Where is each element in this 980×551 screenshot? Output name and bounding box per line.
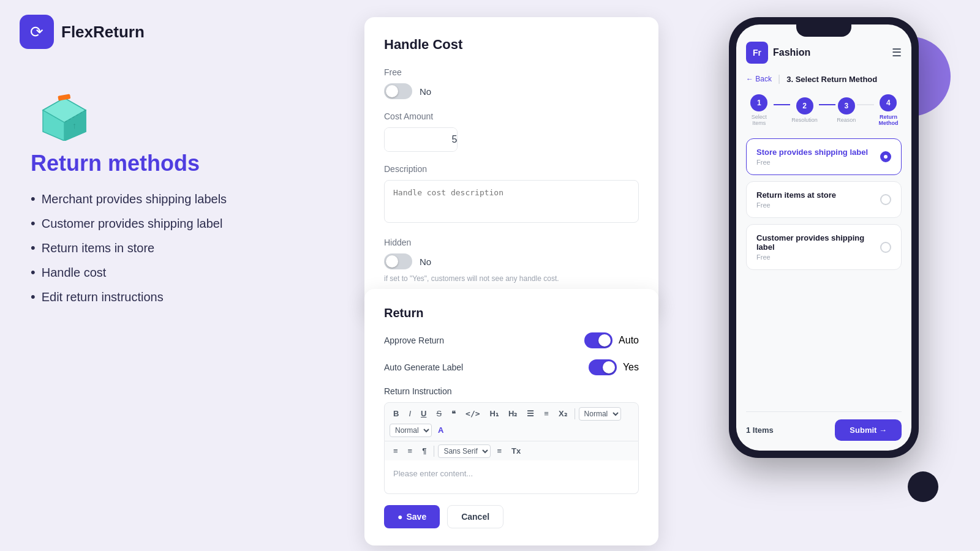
step-label-3: Reason (837, 117, 856, 123)
editor-toolbar-row2: ≡ ≡ ¶ Sans Serif ≡ Tx (384, 441, 639, 460)
box-illustration: ↑ (31, 80, 98, 141)
brand-name: FlexReturn (61, 23, 145, 42)
left-section: ↑ Return methods Merchant provides shipp… (31, 80, 227, 305)
dark-circle-decoration (908, 471, 938, 502)
bullet-list-button[interactable]: ☰ (523, 407, 538, 421)
option-3-name: Customer provides shipping label (756, 233, 880, 252)
bold-button[interactable]: B (390, 407, 402, 421)
phone-logo-row: Fr Fashion (746, 42, 810, 64)
free-field-group: Free No (384, 67, 639, 99)
list-item: Customer provides shipping label (31, 216, 227, 231)
return-instruction-section: Return Instruction B I U S ❝ </> H₁ H₂ ☰… (384, 386, 639, 494)
step-item-3: 3 Reason (837, 97, 856, 123)
blockquote-button[interactable]: ❝ (448, 407, 459, 421)
size-select[interactable]: Normal (390, 424, 432, 437)
auto-generate-value: Yes (623, 362, 639, 373)
font-color-button[interactable]: A (434, 423, 447, 437)
cancel-button[interactable]: Cancel (447, 505, 503, 528)
option-1-name: Store provides shipping label (756, 148, 868, 157)
option-3-radio (880, 242, 891, 253)
save-button[interactable]: ● Save (384, 505, 440, 528)
auto-generate-toggle[interactable] (589, 359, 617, 375)
ordered-list-button[interactable]: ≡ (540, 407, 552, 421)
phone-container: Fr Fashion ☰ ← Back | 3. Select Return M… (729, 17, 919, 458)
auto-generate-toggle-group: Yes (589, 359, 639, 375)
h2-button[interactable]: H₂ (505, 407, 521, 421)
approve-return-label: Approve Return (384, 335, 444, 345)
cost-amount-label: Cost Amount (384, 111, 639, 121)
handle-cost-card: Handle Cost Free No Cost Amount ▲ ▼ Desc… (364, 17, 658, 315)
italic-button[interactable]: I (405, 407, 415, 421)
approve-return-toggle-group: Auto (584, 332, 639, 348)
subscript-button[interactable]: X₂ (555, 407, 571, 421)
return-card-title: Return (384, 306, 639, 320)
align-center-button[interactable]: ≡ (493, 444, 505, 458)
submit-button[interactable]: Submit → (835, 419, 902, 441)
save-label: Save (406, 512, 426, 522)
description-textarea[interactable] (384, 180, 639, 223)
return-card: Return Approve Return Auto Auto Generate… (364, 289, 658, 545)
list-item: Edit return instructions (31, 289, 227, 305)
hidden-toggle-row: No (384, 253, 639, 269)
hidden-toggle-text: No (420, 257, 431, 267)
hint-text: if set to "Yes", customers will not see … (384, 274, 639, 283)
hidden-label: Hidden (384, 238, 639, 247)
toolbar-separator (575, 408, 575, 419)
handle-cost-title: Handle Cost (384, 37, 639, 53)
step-item-4: 4 Return Method (875, 94, 902, 126)
option-2-text-group: Return items at store Free (756, 190, 836, 209)
phone-content: Fr Fashion ☰ ← Back | 3. Select Return M… (736, 24, 911, 451)
auto-generate-label: Auto Generate Label (384, 362, 463, 372)
free-toggle[interactable] (384, 83, 412, 99)
phone-frame: Fr Fashion ☰ ← Back | 3. Select Return M… (729, 17, 919, 458)
clear-format-button[interactable]: Tx (508, 444, 524, 458)
list-item: Handle cost (31, 264, 227, 280)
approve-return-row: Approve Return Auto (384, 332, 639, 348)
progress-steps: 1 Select Items 2 Resolution 3 (746, 94, 902, 126)
auto-generate-row: Auto Generate Label Yes (384, 359, 639, 375)
editor-content[interactable]: Please enter content... (384, 460, 639, 494)
back-button[interactable]: ← Back (746, 75, 772, 83)
description-field-group: Description (384, 164, 639, 225)
return-option-1[interactable]: Store provides shipping label Free (746, 138, 902, 175)
free-toggle-text: No (420, 86, 431, 97)
step-nav: ← Back | 3. Select Return Method (746, 73, 902, 84)
underline-button[interactable]: U (417, 407, 430, 421)
free-toggle-row: No (384, 83, 639, 99)
cost-amount-input[interactable] (385, 128, 458, 151)
approve-return-toggle[interactable] (584, 332, 612, 348)
font-select[interactable]: Sans Serif (438, 444, 491, 458)
option-1-price: Free (756, 159, 868, 166)
free-label: Free (384, 67, 639, 77)
logo-box: ⟳ (20, 15, 54, 49)
header: ⟳ FlexReturn (20, 15, 145, 49)
list-item: Merchant provides shipping labels (31, 191, 227, 207)
option-2-price: Free (756, 201, 836, 209)
step-line-2 (819, 104, 836, 105)
option-1-text-group: Store provides shipping label Free (756, 148, 868, 166)
indent-button[interactable]: ¶ (418, 444, 430, 458)
phone-notch (796, 24, 851, 37)
align-right-button[interactable]: ≡ (404, 444, 417, 458)
phone-screen: Fr Fashion ☰ ← Back | 3. Select Return M… (736, 24, 911, 451)
step-line-1 (774, 104, 791, 105)
return-option-3[interactable]: Customer provides shipping label Free (746, 224, 902, 270)
phone-header: Fr Fashion ☰ (746, 42, 902, 64)
strikethrough-button[interactable]: S (432, 407, 445, 421)
phone-menu-icon[interactable]: ☰ (892, 46, 902, 59)
step-circle-2: 2 (796, 97, 813, 114)
svg-rect-3 (58, 94, 70, 100)
editor-toolbar-row1: B I U S ❝ </> H₁ H₂ ☰ ≡ X₂ Normal Normal… (384, 402, 639, 441)
h1-button[interactable]: H₁ (486, 407, 502, 421)
phone-logo-box: Fr (746, 42, 768, 64)
option-2-name: Return items at store (756, 190, 836, 200)
items-count: 1 Items (746, 425, 774, 435)
return-option-2[interactable]: Return items at store Free (746, 181, 902, 218)
step-item-1: 1 Select Items (746, 94, 772, 126)
hidden-toggle[interactable] (384, 253, 412, 269)
step-label-2: Resolution (791, 117, 818, 123)
align-left-button[interactable]: ≡ (390, 444, 402, 458)
code-button[interactable]: </> (462, 407, 483, 421)
svg-text:↑: ↑ (72, 121, 77, 130)
format-select[interactable]: Normal (579, 407, 621, 421)
